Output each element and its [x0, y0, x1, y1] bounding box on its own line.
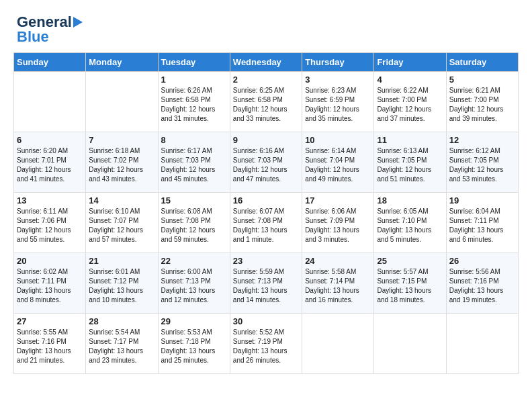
calendar-cell: 15Sunrise: 6:08 AM Sunset: 7:08 PM Dayli… — [158, 193, 230, 253]
day-number: 2 — [233, 75, 299, 85]
day-number: 4 — [377, 75, 443, 85]
day-number: 24 — [305, 256, 371, 266]
weekday-header-thursday: Thursday — [302, 53, 374, 72]
day-info: Sunrise: 5:54 AM Sunset: 7:17 PM Dayligh… — [89, 328, 154, 365]
day-number: 15 — [161, 195, 227, 205]
calendar-cell: 28Sunrise: 5:54 AM Sunset: 7:17 PM Dayli… — [86, 314, 158, 374]
calendar-cell: 22Sunrise: 6:00 AM Sunset: 7:13 PM Dayli… — [158, 253, 230, 314]
day-number: 19 — [449, 195, 515, 205]
day-number: 28 — [89, 316, 154, 326]
day-info: Sunrise: 6:22 AM Sunset: 7:00 PM Dayligh… — [377, 86, 443, 124]
day-number: 17 — [305, 195, 371, 205]
day-info: Sunrise: 6:18 AM Sunset: 7:02 PM Dayligh… — [89, 146, 154, 184]
day-number: 21 — [89, 256, 154, 266]
calendar-cell: 7Sunrise: 6:18 AM Sunset: 7:02 PM Daylig… — [86, 132, 158, 193]
calendar-cell: 17Sunrise: 6:06 AM Sunset: 7:09 PM Dayli… — [302, 193, 374, 253]
calendar-cell: 20Sunrise: 6:02 AM Sunset: 7:11 PM Dayli… — [14, 253, 86, 314]
day-info: Sunrise: 6:07 AM Sunset: 7:08 PM Dayligh… — [233, 207, 299, 244]
calendar-cell: 12Sunrise: 6:12 AM Sunset: 7:05 PM Dayli… — [446, 132, 518, 193]
calendar-cell: 16Sunrise: 6:07 AM Sunset: 7:08 PM Dayli… — [230, 193, 302, 253]
day-info: Sunrise: 6:14 AM Sunset: 7:04 PM Dayligh… — [305, 146, 371, 184]
calendar-cell: 10Sunrise: 6:14 AM Sunset: 7:04 PM Dayli… — [302, 132, 374, 193]
calendar-cell — [446, 314, 518, 374]
day-number: 8 — [161, 135, 227, 145]
calendar-cell: 21Sunrise: 6:01 AM Sunset: 7:12 PM Dayli… — [86, 253, 158, 314]
calendar-cell: 4Sunrise: 6:22 AM Sunset: 7:00 PM Daylig… — [374, 72, 446, 132]
day-info: Sunrise: 6:08 AM Sunset: 7:08 PM Dayligh… — [161, 207, 227, 244]
calendar-cell: 26Sunrise: 5:56 AM Sunset: 7:16 PM Dayli… — [446, 253, 518, 314]
calendar-cell: 5Sunrise: 6:21 AM Sunset: 7:00 PM Daylig… — [446, 72, 518, 132]
weekday-header-tuesday: Tuesday — [158, 53, 230, 72]
day-number: 29 — [161, 316, 227, 326]
weekday-header-monday: Monday — [86, 53, 158, 72]
calendar-cell: 1Sunrise: 6:26 AM Sunset: 6:58 PM Daylig… — [158, 72, 230, 132]
calendar-cell: 2Sunrise: 6:25 AM Sunset: 6:58 PM Daylig… — [230, 72, 302, 132]
calendar-cell: 13Sunrise: 6:11 AM Sunset: 7:06 PM Dayli… — [14, 193, 86, 253]
day-info: Sunrise: 5:53 AM Sunset: 7:18 PM Dayligh… — [161, 328, 227, 365]
day-number: 23 — [233, 256, 299, 266]
day-info: Sunrise: 6:20 AM Sunset: 7:01 PM Dayligh… — [17, 146, 83, 184]
calendar-cell: 9Sunrise: 6:16 AM Sunset: 7:03 PM Daylig… — [230, 132, 302, 193]
day-number: 3 — [305, 75, 371, 85]
calendar-cell: 11Sunrise: 6:13 AM Sunset: 7:05 PM Dayli… — [374, 132, 446, 193]
logo-arrow-icon — [73, 17, 83, 28]
calendar-cell: 29Sunrise: 5:53 AM Sunset: 7:18 PM Dayli… — [158, 314, 230, 374]
day-info: Sunrise: 6:04 AM Sunset: 7:11 PM Dayligh… — [449, 207, 515, 244]
day-info: Sunrise: 6:23 AM Sunset: 6:59 PM Dayligh… — [305, 86, 371, 124]
day-info: Sunrise: 6:17 AM Sunset: 7:03 PM Dayligh… — [161, 146, 227, 184]
weekday-header-row: SundayMondayTuesdayWednesdayThursdayFrid… — [14, 53, 519, 72]
weekday-header-saturday: Saturday — [446, 53, 518, 72]
calendar-cell: 3Sunrise: 6:23 AM Sunset: 6:59 PM Daylig… — [302, 72, 374, 132]
day-number: 12 — [449, 135, 515, 145]
day-info: Sunrise: 6:02 AM Sunset: 7:11 PM Dayligh… — [17, 267, 83, 305]
day-number: 10 — [305, 135, 371, 145]
day-info: Sunrise: 5:59 AM Sunset: 7:13 PM Dayligh… — [233, 267, 299, 305]
day-info: Sunrise: 6:11 AM Sunset: 7:06 PM Dayligh… — [17, 207, 83, 244]
day-number: 1 — [161, 75, 227, 85]
calendar-week-row: 6Sunrise: 6:20 AM Sunset: 7:01 PM Daylig… — [14, 132, 519, 193]
weekday-header-wednesday: Wednesday — [230, 53, 302, 72]
page-header: General Blue — [7, 7, 525, 49]
day-info: Sunrise: 5:55 AM Sunset: 7:16 PM Dayligh… — [17, 328, 83, 365]
day-number: 9 — [233, 135, 299, 145]
calendar-cell — [14, 72, 86, 132]
day-info: Sunrise: 6:05 AM Sunset: 7:10 PM Dayligh… — [377, 207, 443, 244]
day-number: 11 — [377, 135, 443, 145]
day-number: 30 — [233, 316, 299, 326]
day-info: Sunrise: 6:21 AM Sunset: 7:00 PM Dayligh… — [449, 86, 515, 124]
day-info: Sunrise: 5:58 AM Sunset: 7:14 PM Dayligh… — [305, 267, 371, 305]
day-number: 6 — [17, 135, 83, 145]
day-number: 25 — [377, 256, 443, 266]
calendar-cell: 25Sunrise: 5:57 AM Sunset: 7:15 PM Dayli… — [374, 253, 446, 314]
calendar-cell: 18Sunrise: 6:05 AM Sunset: 7:10 PM Dayli… — [374, 193, 446, 253]
logo: General Blue — [17, 13, 83, 46]
day-number: 5 — [449, 75, 515, 85]
day-number: 22 — [161, 256, 227, 266]
calendar-cell: 24Sunrise: 5:58 AM Sunset: 7:14 PM Dayli… — [302, 253, 374, 314]
day-number: 13 — [17, 195, 83, 205]
day-info: Sunrise: 6:13 AM Sunset: 7:05 PM Dayligh… — [377, 146, 443, 184]
day-number: 20 — [17, 256, 83, 266]
day-info: Sunrise: 5:52 AM Sunset: 7:19 PM Dayligh… — [233, 328, 299, 365]
day-info: Sunrise: 5:57 AM Sunset: 7:15 PM Dayligh… — [377, 267, 443, 305]
calendar-cell: 27Sunrise: 5:55 AM Sunset: 7:16 PM Dayli… — [14, 314, 86, 374]
day-info: Sunrise: 6:25 AM Sunset: 6:58 PM Dayligh… — [233, 86, 299, 124]
day-info: Sunrise: 6:16 AM Sunset: 7:03 PM Dayligh… — [233, 146, 299, 184]
calendar-cell: 14Sunrise: 6:10 AM Sunset: 7:07 PM Dayli… — [86, 193, 158, 253]
day-number: 18 — [377, 195, 443, 205]
day-info: Sunrise: 6:12 AM Sunset: 7:05 PM Dayligh… — [449, 146, 515, 184]
logo-blue: Blue — [17, 28, 49, 46]
day-number: 7 — [89, 135, 154, 145]
weekday-header-friday: Friday — [374, 53, 446, 72]
calendar-cell: 8Sunrise: 6:17 AM Sunset: 7:03 PM Daylig… — [158, 132, 230, 193]
calendar-cell: 19Sunrise: 6:04 AM Sunset: 7:11 PM Dayli… — [446, 193, 518, 253]
day-info: Sunrise: 6:06 AM Sunset: 7:09 PM Dayligh… — [305, 207, 371, 244]
calendar-table: SundayMondayTuesdayWednesdayThursdayFrid… — [13, 52, 519, 374]
day-number: 16 — [233, 195, 299, 205]
calendar-cell: 23Sunrise: 5:59 AM Sunset: 7:13 PM Dayli… — [230, 253, 302, 314]
day-info: Sunrise: 6:00 AM Sunset: 7:13 PM Dayligh… — [161, 267, 227, 305]
calendar-cell — [374, 314, 446, 374]
calendar-week-row: 20Sunrise: 6:02 AM Sunset: 7:11 PM Dayli… — [14, 253, 519, 314]
day-info: Sunrise: 6:10 AM Sunset: 7:07 PM Dayligh… — [89, 207, 154, 244]
calendar-cell: 6Sunrise: 6:20 AM Sunset: 7:01 PM Daylig… — [14, 132, 86, 193]
